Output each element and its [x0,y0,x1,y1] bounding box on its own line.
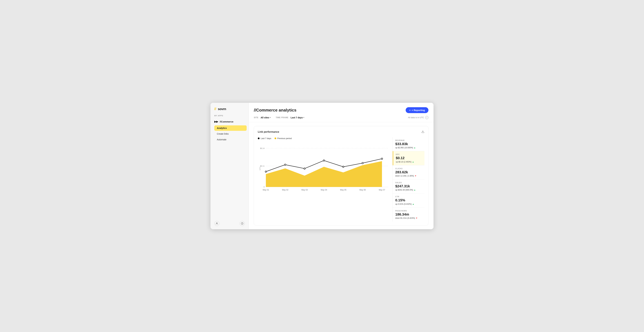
metric-label-epc: EPC [396,154,422,155]
metric-change-text-clicks: down 12.20k (-2.30%) [395,175,414,177]
svg-text:May 02: May 02 [282,189,288,191]
metric-item-sales[interactable]: SALES $247.31k up $342.30 (000.0%) ▲ [393,180,424,194]
download-icon[interactable] [421,130,424,134]
nav-app-item-commerce[interactable]: ▶▶ //Commerce [212,118,247,125]
chart-body: Last 7 days Previous period EPC [258,137,424,222]
metric-item-ctr[interactable]: CTR 0.15% up 0.01% (9.432%) ▲ [393,194,424,208]
svg-text:May 07: May 07 [379,189,385,191]
help-icon[interactable] [240,221,245,226]
svg-text:May 06: May 06 [360,189,366,191]
logo-icon: // [214,107,216,111]
arrow-down-pageviews: ▼ [416,217,418,219]
svg-text:May 04: May 04 [321,189,327,191]
metric-value-clicks: 283.62k [395,170,422,174]
metric-change-text-epc: up $0.10 (2.463%) [396,161,412,163]
arrow-up-ctr: ▲ [412,203,414,205]
main-header: //Commerce analytics + + Reporting [249,103,434,116]
metric-item-epc[interactable]: EPC $0.12 up $0.10 (2.463%) ▲ [393,151,424,165]
svg-text:May 05: May 05 [340,189,346,191]
metric-label-ctr: CTR [395,196,422,198]
svg-point-0 [216,222,217,224]
metric-change-sales: up $342.30 (000.0%) ▲ [395,189,422,191]
site-filter-group: SITE All sites ▾ [254,116,272,120]
chart-card-header: Link performance [258,130,424,134]
nav-sub-items: Analytics Create links Automate [212,126,247,142]
chart-svg: EPC $0.14 $0.11 0 [258,142,390,193]
metric-value-epc: $0.12 [396,156,422,160]
metric-change-clicks: down 12.20k (-2.30%) ▼ [395,175,422,177]
commerce-icon: ▶▶ [214,120,218,123]
filters-bar: SITE All sites ▾ TIME FRAME Last 7 days … [249,116,434,122]
metric-value-pageviews: 186.34m [395,212,422,216]
data-point-3 [323,160,324,161]
reporting-label: + Reporting [412,109,425,112]
filters-left: SITE All sites ▾ TIME FRAME Last 7 days … [254,116,306,120]
metric-label-revenue: REVENUE [395,140,422,141]
app-container: // sovrn MY APPS ▶▶ //Commerce Analytics… [210,103,434,229]
metric-label-sales: SALES [395,182,422,184]
sidebar: // sovrn MY APPS ▶▶ //Commerce Analytics… [210,103,249,229]
logo-slashes: // [214,107,216,111]
legend-item-previous: Previous period [274,137,292,140]
chart-svg-container: EPC $0.14 $0.11 0 [258,142,390,194]
timeframe-chevron-icon: ▾ [303,116,304,118]
reporting-plus: + [409,109,410,112]
legend-dot-current [258,138,260,139]
data-point-4 [342,166,344,168]
metric-change-epc: up $0.10 (2.463%) ▲ [396,161,422,163]
app-name-label: //Commerce [220,120,234,123]
svg-text:$0.14: $0.14 [260,147,265,149]
metric-value-sales: $247.31k [395,184,422,188]
timeframe-label: TIME FRAME [276,116,288,119]
timeframe-filter-group: TIME FRAME Last 7 days ▾ [276,116,306,120]
legend-label-previous: Previous period [278,137,292,140]
data-point-1 [284,164,286,165]
arrow-up-revenue: ▲ [414,146,416,149]
metric-change-text-revenue: up $2,992 (10.830%) [395,146,413,149]
site-dropdown[interactable]: All sites ▾ [260,116,272,120]
svg-text:$0.11: $0.11 [260,165,265,167]
sidebar-footer [210,218,248,229]
main-content: //Commerce analytics + + Reporting SITE … [249,103,434,229]
data-point-5 [362,162,363,164]
utc-info: All data is in UTC i [408,116,428,119]
svg-text:May 01: May 01 [263,189,269,191]
previous-period-area [266,161,382,187]
metric-label-pageviews: PAGEVIEWS [395,210,422,212]
legend-label-current: Last 7 days [261,137,271,140]
arrow-up-epc: ▲ [412,161,414,163]
metrics-panel: REVENUE $33.83k up $2,992 (10.830%) ▲ EP… [392,137,424,222]
svg-text:EPC: EPC [259,166,261,170]
legend-dot-previous [274,138,276,139]
nav-section: ▶▶ //Commerce Analytics Create links Aut… [210,118,248,142]
metric-change-revenue: up $2,992 (10.830%) ▲ [395,146,422,149]
metric-item-revenue[interactable]: REVENUE $33.83k up $2,992 (10.830%) ▲ [393,137,424,151]
metric-item-clicks[interactable]: CLICKS 283.62k down 12.20k (-2.30%) ▼ [393,165,424,180]
sidebar-item-automate[interactable]: Automate [214,137,247,142]
timeframe-dropdown[interactable]: Last 7 days ▾ [289,116,306,120]
arrow-down-clicks: ▼ [414,175,416,177]
metric-label-clicks: CLICKS [395,168,422,170]
metric-item-pageviews[interactable]: PAGEVIEWS 186.34m down $1.21m (6.424%) ▼ [393,208,424,222]
user-icon[interactable] [214,221,220,226]
metric-value-ctr: 0.15% [395,198,422,202]
metric-change-text-pageviews: down $1.21m (6.424%) [395,217,415,219]
svg-text:0: 0 [264,186,264,188]
logo-area: // sovrn [210,103,248,115]
data-point-0 [265,171,266,172]
arrow-up-sales: ▲ [414,189,416,191]
sidebar-item-create-links[interactable]: Create links [214,131,247,136]
chart-section: Link performance [249,122,434,229]
my-apps-label: MY APPS [210,115,248,118]
metric-change-ctr: up 0.01% (9.432%) ▲ [395,203,422,205]
svg-text:May 03: May 03 [302,189,308,191]
legend-item-current: Last 7 days [258,137,271,140]
sidebar-item-analytics[interactable]: Analytics [214,126,247,131]
chart-card: Link performance [254,126,428,226]
logo-text: sovrn [218,107,226,111]
chart-title: Link performance [258,130,279,133]
chart-area: Last 7 days Previous period EPC [258,137,390,222]
data-point-2 [304,168,305,169]
info-icon[interactable]: i [425,116,428,119]
reporting-button[interactable]: + + Reporting [406,107,428,113]
